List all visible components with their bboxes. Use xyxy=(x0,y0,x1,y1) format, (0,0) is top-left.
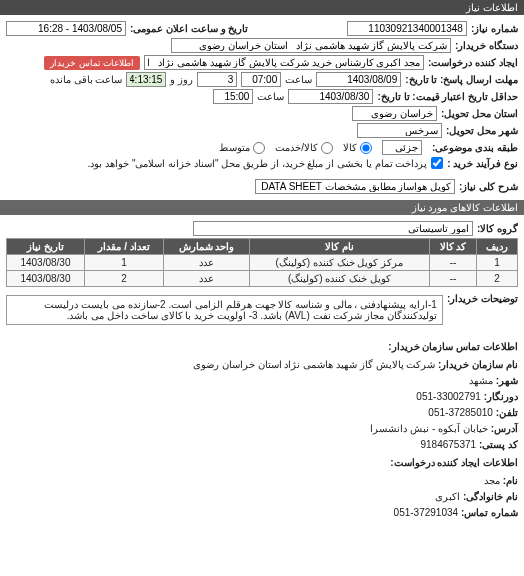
deadline-recv-time-label: ساعت xyxy=(285,74,312,85)
col-date: تاریخ نیاز xyxy=(7,239,85,255)
org-label: نام سازمان خریدار: xyxy=(438,359,518,370)
cell-name: کویل خنک کننده (کولینگ) xyxy=(249,271,429,287)
cell-unit: عدد xyxy=(164,255,249,271)
phone-label: تلفن: xyxy=(496,407,518,418)
announce-label: تاریخ و ساعت اعلان عمومی: xyxy=(130,23,248,34)
creator-contact-header: اطلاعات ایجاد کننده درخواست: xyxy=(6,453,518,473)
process-label: نوع فرآیند خرید : xyxy=(447,158,518,169)
col-unit: واحد شمارش xyxy=(164,239,249,255)
partial-input[interactable] xyxy=(382,140,422,155)
cell-date: 1403/08/30 xyxy=(7,271,85,287)
request-no-input[interactable] xyxy=(347,21,467,36)
address-label: آدرس: xyxy=(491,423,518,434)
cell-row: 2 xyxy=(477,271,518,287)
need-title-input[interactable] xyxy=(255,179,455,194)
process-note: پرداخت تمام یا بخشی از مبلغ خرید، از طری… xyxy=(88,158,428,169)
c-phone-value: 37291034-051 xyxy=(394,507,459,518)
group-label: گروه کالا: xyxy=(477,223,518,234)
buyer-org-label: دستگاه خریدار: xyxy=(455,40,518,51)
tab-title: اطلاعات نیاز xyxy=(466,2,518,13)
table-row: 1--مرکز کویل خنک کننده (کولینگ)عدد11403/… xyxy=(7,255,518,271)
creator-input[interactable] xyxy=(144,55,424,70)
validity-date[interactable] xyxy=(288,89,373,104)
day-value[interactable] xyxy=(197,72,237,87)
day-label: روز و xyxy=(170,74,193,85)
address-value: خیابان آبکوه - نبش دانشسرا xyxy=(370,423,487,434)
cell-code: -- xyxy=(430,271,477,287)
cell-date: 1403/08/30 xyxy=(7,255,85,271)
radio-kala-label: کالا xyxy=(343,142,357,153)
request-no-label: شماره نیاز: xyxy=(471,23,518,34)
city-label: شهر: xyxy=(496,375,518,386)
c-phone-label: شماره تماس: xyxy=(461,507,518,518)
buyer-contact-button[interactable]: اطلاعات تماس خریدار xyxy=(44,56,140,70)
surname-value: اکبری xyxy=(435,491,460,502)
org-value: شرکت پالایش گاز شهید هاشمی نژاد استان خر… xyxy=(193,359,435,370)
process-checkbox[interactable] xyxy=(431,157,443,169)
cell-unit: عدد xyxy=(164,271,249,287)
delivery-province[interactable] xyxy=(352,106,437,121)
cell-code: -- xyxy=(430,255,477,271)
tab-header: اطلاعات نیاز xyxy=(0,0,524,15)
buyer-notes-label: توضیحات خریدار: xyxy=(447,293,518,304)
postcode-value: 9184675371 xyxy=(420,439,476,450)
workplace-value: 33002791-051 xyxy=(416,391,481,402)
phone-value: 37285010-051 xyxy=(428,407,493,418)
deadline-recv-label: مهلت ارسال پاسخ: تا تاریخ: xyxy=(405,74,518,85)
radio-service[interactable] xyxy=(321,142,333,154)
workplace-label: دورنگار: xyxy=(484,391,518,402)
buyer-notes-text: 1-ارایه پیشنهادفنی ، مالی و شناسه کالا ج… xyxy=(6,295,443,325)
surname-label: نام خانوادگی: xyxy=(463,491,518,502)
validity-time-label: ساعت xyxy=(257,91,284,102)
category-label: طبقه بندی موضوعی: xyxy=(432,142,518,153)
group-input[interactable] xyxy=(193,221,473,236)
remain-value xyxy=(126,72,166,87)
creator-label: ایجاد کننده درخواست: xyxy=(428,57,518,68)
radio-kala[interactable] xyxy=(360,142,372,154)
name-value: مجد xyxy=(484,475,500,486)
items-table: ردیف کد کالا نام کالا واحد شمارش تعداد /… xyxy=(6,238,518,287)
radio-service-label: کالا/خدمت xyxy=(275,142,318,153)
city-value: مشهد xyxy=(469,375,493,386)
delivery-city-label: شهر محل تحویل: xyxy=(446,125,518,136)
delivery-city[interactable] xyxy=(357,123,442,138)
validity-label: حداقل تاریخ اعتبار قیمت: تا تاریخ: xyxy=(377,91,518,102)
radio-average[interactable] xyxy=(253,142,265,154)
table-row: 2--کویل خنک کننده (کولینگ)عدد21403/08/30 xyxy=(7,271,518,287)
delivery-province-label: استان محل تحویل: xyxy=(441,108,518,119)
deadline-recv-time[interactable] xyxy=(241,72,281,87)
cell-qty: 2 xyxy=(84,271,164,287)
col-code: کد کالا xyxy=(430,239,477,255)
cell-qty: 1 xyxy=(84,255,164,271)
remain-label: ساعت باقی مانده xyxy=(50,74,123,85)
contact-header: اطلاعات تماس سازمان خریدار: xyxy=(6,337,518,357)
cell-name: مرکز کویل خنک کننده (کولینگ) xyxy=(249,255,429,271)
postcode-label: کد پستی: xyxy=(479,439,518,450)
validity-time[interactable] xyxy=(213,89,253,104)
col-name: نام کالا xyxy=(249,239,429,255)
cell-row: 1 xyxy=(477,255,518,271)
items-header: اطلاعات کالاهای مورد نیاز xyxy=(0,200,524,215)
radio-average-label: متوسط xyxy=(219,142,250,153)
name-label: نام: xyxy=(503,475,518,486)
need-title-label: شرح کلی نیاز: xyxy=(459,181,518,192)
buyer-org-input[interactable] xyxy=(171,38,451,53)
col-row: ردیف xyxy=(477,239,518,255)
col-qty: تعداد / مقدار xyxy=(84,239,164,255)
deadline-recv-date[interactable] xyxy=(316,72,401,87)
announce-input[interactable] xyxy=(6,21,126,36)
